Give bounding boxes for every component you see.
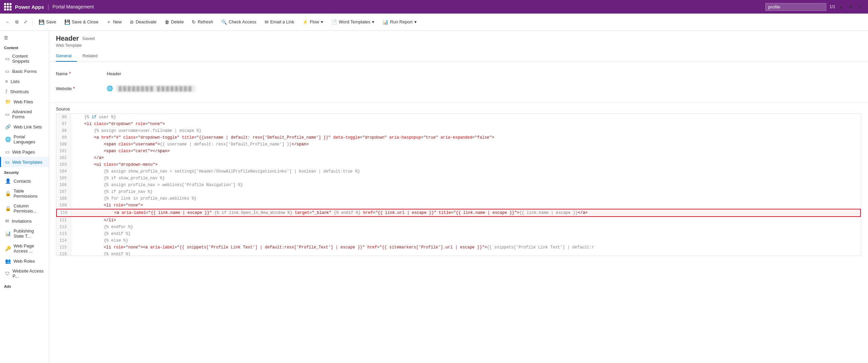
sidebar-label-advanced-forms: Advanced Forms (12, 109, 45, 119)
web-roles-icon: 👥 (5, 258, 11, 264)
app-name: Power Apps (15, 4, 44, 10)
back-button[interactable]: ← (3, 18, 12, 26)
sidebar-item-publishing-state[interactable]: 📊 Publishing State T... (0, 226, 49, 241)
sidebar-label-web-roles: Web Roles (14, 259, 35, 264)
record-title: Header (56, 35, 79, 42)
flow-label: Flow (310, 19, 319, 24)
new-icon: ＋ (106, 19, 111, 25)
run-report-button[interactable]: 📊 Run Report ▾ (379, 18, 420, 26)
code-line-116: 116 {% endif %} (56, 251, 861, 256)
content-area: Header Saved Web Template General Relate… (49, 31, 868, 363)
refresh-label: Refresh (198, 19, 213, 24)
sidebar-item-shortcuts[interactable]: ⤴ Shortcuts (0, 86, 49, 97)
word-templates-chevron-icon: ▾ (372, 19, 374, 24)
save-close-icon: 💾 (64, 19, 70, 25)
save-close-button[interactable]: 💾 Save & Close (61, 18, 102, 26)
email-link-icon: ✉ (265, 19, 269, 25)
sidebar-label-invitations: Invitations (12, 219, 32, 224)
table-permissions-icon: 🔒 (5, 191, 11, 196)
sidebar-item-web-roles[interactable]: 👥 Web Roles (0, 256, 49, 266)
sidebar-item-website-access[interactable]: 🛡 Website Access P... (0, 266, 49, 281)
code-editor[interactable]: 96 {% if user %} 97 <li class="dropdown"… (56, 114, 861, 256)
sidebar-label-table-permissions: Table Permissions (14, 188, 45, 199)
name-value[interactable]: Header (107, 71, 861, 76)
word-templates-button[interactable]: 📄 Word Templates ▾ (328, 18, 378, 26)
search-next[interactable]: ▼ (846, 3, 855, 11)
sidebar-item-portal-languages[interactable]: 🌐 Portal Languages (0, 132, 49, 147)
delete-label: Delete (171, 19, 184, 24)
run-report-label: Run Report (390, 19, 412, 24)
form-row-website: Website * 🌐 ████████ ████████ (56, 82, 861, 95)
code-line-106: 106 {% assign profile_nav = weblinks['Pr… (56, 182, 861, 188)
column-permissions-icon: 🔒 (5, 206, 11, 211)
save-button[interactable]: 💾 Save (35, 18, 60, 26)
sidebar-item-web-files[interactable]: 📁 Web Files (0, 97, 49, 107)
top-bar: Power Apps | Portal Management 1/1 ▲ ▼ ✕ (0, 0, 868, 14)
code-line-99: 99 <a href="#" class="dropdown-toggle" t… (56, 134, 861, 141)
website-access-icon: 🛡 (5, 271, 10, 276)
code-line-112: 112 {% endfor %} (56, 224, 861, 230)
search-prev[interactable]: ▲ (836, 3, 845, 11)
sidebar-section-ads: Ads (0, 281, 49, 290)
portal-languages-icon: 🌐 (5, 137, 11, 142)
code-line-97: 97 <li class="dropdown" role="none"> (56, 121, 861, 127)
copy-icon: ⧉ (15, 19, 18, 25)
tab-related[interactable]: Related (82, 51, 103, 62)
sidebar-item-web-link-sets[interactable]: 🔗 Web Link Sets (0, 122, 49, 132)
sidebar-item-web-pages[interactable]: ▭ Web Pages (0, 147, 49, 157)
run-report-chevron-icon: ▾ (414, 19, 417, 24)
name-label: Name * (56, 71, 107, 76)
website-value[interactable]: ████████ ████████ (116, 85, 195, 92)
sidebar-item-invitations[interactable]: ✉ Invitations (0, 216, 49, 226)
check-access-label: Check Access (229, 19, 256, 24)
search-input[interactable] (765, 3, 826, 11)
code-line-107: 107 {% if profile_nav %} (56, 188, 861, 195)
expand-button[interactable]: ⤢ (22, 18, 29, 26)
code-line-98: 98 {% assign username=user.fullname | es… (56, 127, 861, 134)
check-access-button[interactable]: 🔍 Check Access (218, 18, 260, 26)
deactivate-button[interactable]: ⊘ Deactivate (126, 18, 160, 26)
flow-icon: ⚡ (302, 19, 308, 25)
flow-chevron-icon: ▾ (321, 19, 323, 24)
delete-icon: 🗑 (165, 19, 169, 25)
code-line-110: 110 <a aria-label="{{ link.name | escape… (56, 209, 861, 217)
search-close[interactable]: ✕ (856, 3, 864, 11)
sidebar-label-lists: Lists (11, 79, 20, 84)
sidebar-section-security: Security (0, 167, 49, 176)
sidebar-item-lists[interactable]: ≡ Lists (0, 76, 49, 86)
sidebar-label-contacts: Contacts (14, 179, 31, 184)
sidebar-label-website-access: Website Access P... (13, 268, 45, 279)
sidebar-label-basic-forms: Basic Forms (12, 69, 37, 74)
deactivate-label: Deactivate (136, 19, 156, 24)
sidebar-item-contacts[interactable]: 👤 Contacts (0, 176, 49, 186)
new-button[interactable]: ＋ New (103, 17, 125, 27)
delete-button[interactable]: 🗑 Delete (161, 18, 187, 26)
main-layout: ☰ Content ▭ Content Snippets ▭ Basic For… (0, 31, 868, 363)
email-link-button[interactable]: ✉ Email a Link (261, 18, 298, 26)
source-label: Source (56, 103, 861, 114)
basic-forms-icon: ▭ (5, 68, 9, 74)
top-bar-divider: | (47, 3, 49, 11)
waffle-menu[interactable] (4, 3, 12, 11)
sidebar-item-basic-forms[interactable]: ▭ Basic Forms (0, 66, 49, 76)
sidebar-item-content-snippets[interactable]: ▭ Content Snippets (0, 51, 49, 66)
refresh-button[interactable]: ↻ Refresh (188, 18, 216, 26)
sidebar-toggle[interactable]: ☰ (0, 33, 49, 42)
copy-button[interactable]: ⧉ (13, 18, 20, 26)
toolbar: ← ⧉ ⤢ 💾 Save 💾 Save & Close ＋ New ⊘ Deac… (0, 14, 868, 31)
form-area: Name * Header Website * 🌐 ████████ █████… (49, 62, 868, 103)
sidebar-item-web-templates[interactable]: ▭ Web Templates (0, 157, 49, 167)
search-count: 1/1 (830, 4, 835, 9)
sidebar-label-column-permissions: Column Permissio... (14, 203, 45, 214)
sidebar-item-web-page-access[interactable]: 🔑 Web Page Access ... (0, 241, 49, 256)
sidebar-item-advanced-forms[interactable]: ▭ Advanced Forms (0, 107, 49, 122)
tab-general[interactable]: General (56, 51, 77, 62)
code-line-100: 100 <span class="username">{{ username |… (56, 141, 861, 148)
code-line-96: 96 {% if user %} (56, 114, 861, 121)
required-star-website: * (73, 86, 75, 91)
sidebar-item-column-permissions[interactable]: 🔒 Column Permissio... (0, 201, 49, 216)
flow-button[interactable]: ⚡ Flow ▾ (299, 18, 326, 26)
sidebar-item-table-permissions[interactable]: 🔒 Table Permissions (0, 186, 49, 201)
web-pages-icon: ▭ (5, 149, 9, 155)
web-page-access-icon: 🔑 (5, 246, 11, 251)
